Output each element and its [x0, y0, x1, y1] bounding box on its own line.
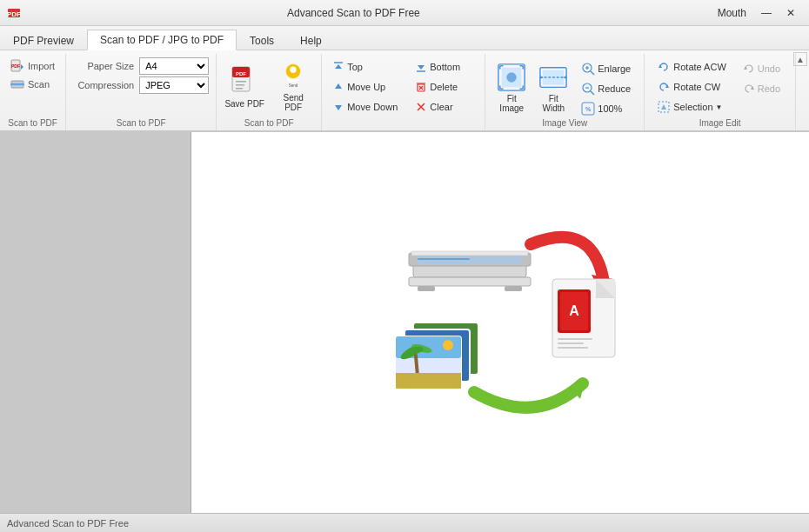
close-button[interactable]: ✕: [779, 4, 802, 22]
svg-marker-20: [335, 105, 342, 110]
top-label: Top: [347, 62, 363, 72]
svg-text:%: %: [585, 106, 592, 112]
import-label: Import: [28, 61, 55, 71]
rotate-acw-button[interactable]: Rotate ACW: [652, 57, 732, 76]
redo-icon: [743, 83, 755, 95]
delete-icon: [415, 81, 427, 93]
import-button[interactable]: PDF Import: [7, 57, 58, 75]
tab-help[interactable]: Help: [287, 30, 335, 50]
svg-rect-64: [505, 286, 522, 291]
scan-label: Scan: [28, 79, 50, 90]
move-down-icon: [332, 101, 344, 113]
svg-point-29: [507, 72, 517, 82]
delete-button[interactable]: Delete: [410, 77, 479, 96]
svg-rect-11: [236, 81, 246, 83]
svg-text:PDF: PDF: [7, 10, 21, 18]
svg-line-44: [591, 71, 594, 75]
fit-image-icon: [496, 63, 527, 92]
svg-rect-62: [418, 258, 470, 260]
tab-scan-to-pdf[interactable]: Scan to PDF / JPG to PDF: [87, 30, 237, 50]
statusbar: Advanced Scan to PDF Free: [0, 513, 809, 532]
enlarge-label: Enlarge: [598, 63, 631, 74]
send-pdf-button[interactable]: Send Send PDF: [271, 57, 316, 116]
svg-text:Send: Send: [289, 83, 298, 88]
import-scan-group-label: Scan to PDF: [7, 118, 58, 130]
move-down-label: Move Down: [347, 102, 398, 112]
svg-marker-4: [21, 64, 23, 70]
zoom-100-button[interactable]: % 100%: [576, 99, 637, 118]
image-edit-group-label: Image Edit: [699, 118, 741, 130]
svg-text:PDF: PDF: [236, 71, 246, 76]
photos-stack: [396, 323, 478, 389]
svg-marker-55: [661, 104, 666, 110]
rotate-acw-label: Rotate ACW: [673, 62, 726, 72]
image-view-group: Fit Image Fit Width: [485, 54, 645, 130]
undo-redo-col: Undo Redo: [735, 57, 788, 116]
clear-icon: [415, 101, 427, 113]
rotate-col: Rotate ACW Rotate CW Selection ▼: [652, 57, 732, 116]
bottom-button[interactable]: Bottom: [410, 57, 479, 76]
zoom-100-icon: %: [581, 102, 595, 116]
svg-marker-57: [751, 86, 754, 90]
save-pdf-button[interactable]: PDF Save PDF: [222, 57, 267, 116]
titlebar-user: Mouth: [718, 7, 746, 19]
paper-comp-group: Paper Size A4 Letter Legal A3 A5 Compres…: [66, 54, 217, 130]
paper-size-select[interactable]: A4 Letter Legal A3 A5: [139, 57, 209, 75]
svg-text:PDF: PDF: [11, 63, 20, 69]
selection-button[interactable]: Selection ▼: [652, 97, 732, 116]
move-up-button[interactable]: Move Up: [327, 77, 403, 96]
ribbon: PDF Import Scan Scan to PDF Paper Size A…: [0, 50, 809, 132]
pdf-document: A: [552, 279, 615, 357]
paper-size-label: Paper Size: [73, 61, 134, 71]
ribbon-collapse-button[interactable]: ▲: [793, 52, 807, 66]
top-moveup-col: Top Move Up Move Down: [327, 57, 403, 116]
move-up-icon: [332, 81, 344, 93]
illustration-svg: A: [361, 183, 639, 462]
undo-icon: [743, 63, 755, 75]
image-edit-group: Rotate ACW Rotate CW Selection ▼: [645, 54, 796, 130]
scan-button[interactable]: Scan: [7, 76, 53, 92]
svg-marker-19: [335, 83, 342, 89]
delete-label: Delete: [430, 82, 458, 92]
scan-icon: [10, 78, 24, 90]
sidebar-panel: [0, 132, 191, 513]
selection-icon: [657, 100, 671, 114]
enlarge-button[interactable]: Enlarge: [576, 59, 637, 78]
rotate-cw-button[interactable]: Rotate CW: [652, 77, 732, 96]
svg-rect-13: [236, 88, 243, 90]
svg-rect-86: [396, 373, 461, 389]
bottom-label: Bottom: [430, 62, 460, 72]
zoom-col: Enlarge Reduce % 100%: [576, 57, 637, 118]
clear-button[interactable]: Clear: [410, 97, 479, 116]
bottom-delete-col: Bottom Delete Clear: [410, 57, 479, 116]
main-area: A: [0, 132, 809, 513]
rotate-cw-label: Rotate CW: [673, 82, 720, 92]
titlebar: PDF Advanced Scan to PDF Free Mouth — ✕: [0, 0, 809, 26]
save-send-group: PDF Save PDF Send Send PDF Scan to PDF: [217, 54, 322, 130]
tab-pdf-preview[interactable]: PDF Preview: [0, 30, 87, 50]
tab-tools[interactable]: Tools: [237, 30, 287, 50]
compression-select[interactable]: JPEG PNG TIFF: [139, 76, 209, 94]
save-pdf-icon: PDF: [231, 65, 258, 96]
titlebar-controls: Mouth — ✕: [718, 4, 802, 22]
svg-rect-65: [411, 251, 528, 256]
move-down-button[interactable]: Move Down: [327, 97, 403, 116]
svg-point-15: [291, 67, 297, 73]
fit-width-button[interactable]: Fit Width: [534, 58, 572, 117]
scan-to-pdf-label: Scan to PDF: [73, 118, 209, 130]
image-edit-content: Rotate ACW Rotate CW Selection ▼: [652, 57, 788, 116]
svg-marker-21: [418, 65, 425, 70]
titlebar-left: PDF Advanced Scan to PDF Free: [7, 6, 420, 20]
reduce-button[interactable]: Reduce: [576, 79, 637, 98]
redo-button[interactable]: Redo: [735, 79, 788, 98]
zoom-100-label: 100%: [598, 103, 622, 114]
status-text: Advanced Scan to PDF Free: [7, 518, 129, 529]
redo-label: Redo: [758, 83, 780, 94]
selection-label: Selection: [673, 102, 712, 112]
undo-button[interactable]: Undo: [735, 59, 788, 78]
fit-image-button[interactable]: Fit Image: [492, 58, 531, 117]
minimize-button[interactable]: —: [755, 4, 778, 22]
menu-tabs: PDF Preview Scan to PDF / JPG to PDF Too…: [0, 26, 809, 50]
top-button[interactable]: Top: [327, 57, 403, 76]
scan-to-pdf-group-label: Scan to PDF: [244, 118, 294, 130]
